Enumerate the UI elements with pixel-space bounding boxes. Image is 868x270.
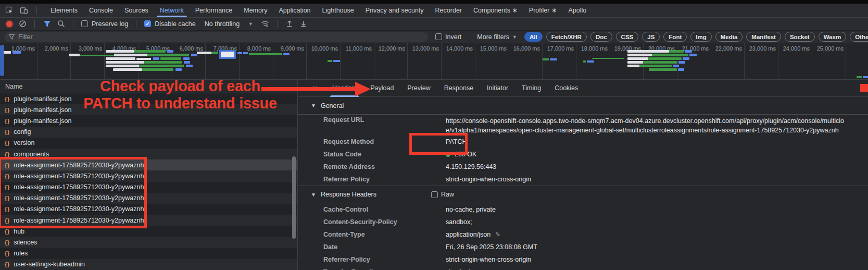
waterfall-bar: [219, 50, 236, 59]
tab-performance[interactable]: Performance: [195, 4, 233, 17]
waterfall-bar: [627, 61, 643, 64]
tab-recorder[interactable]: Recorder: [435, 4, 462, 17]
divider: [34, 20, 35, 28]
network-toolbar: Preserve log ✓ Disable cache No throttli…: [0, 18, 868, 30]
request-row-version[interactable]: {}version: [0, 138, 297, 149]
json-file-icon: {}: [5, 250, 10, 256]
throttling-select[interactable]: No throttling: [205, 20, 240, 28]
details-tab-initiator[interactable]: Initiator: [487, 80, 508, 97]
tab-privacy-and-security[interactable]: Privacy and security: [366, 4, 424, 17]
import-har-icon[interactable]: [285, 20, 294, 28]
invert-checkbox[interactable]: [435, 33, 442, 40]
waterfall-bar: [69, 54, 80, 56]
tab-console[interactable]: Console: [89, 4, 113, 17]
requests-scrollbar-thumb[interactable]: [292, 156, 296, 239]
waterfall-bar: [673, 65, 679, 67]
details-tab-payload[interactable]: Payload: [370, 80, 394, 97]
request-row-user-settings-kubeadmin[interactable]: {}user-settings-kubeadmin: [0, 259, 297, 270]
json-file-icon: {}: [5, 228, 10, 235]
waterfall-bar: [197, 52, 211, 54]
timeline-tick-label: 15,000 ms: [469, 45, 507, 52]
request-name: version: [14, 139, 34, 146]
header-label: Request URL: [323, 116, 446, 124]
filter-type-js[interactable]: JS: [642, 32, 660, 42]
header-value: strict-origin-when-cross-origin: [446, 176, 868, 183]
preserve-log-label: Preserve log: [92, 20, 128, 28]
tab-memory[interactable]: Memory: [244, 4, 267, 17]
edit-pencil-icon[interactable]: ✎: [495, 231, 500, 238]
header-value-text: strict-origin-when-cross-origin: [446, 176, 531, 183]
waterfall-bar: [678, 68, 684, 71]
waterfall-bar: [106, 57, 135, 60]
filter-input[interactable]: Filter: [4, 32, 428, 42]
clear-network-log-icon[interactable]: [18, 20, 27, 28]
general-section-title: General: [321, 102, 344, 109]
filter-type-fetch-xhr[interactable]: Fetch/XHR: [546, 32, 587, 42]
header-value-text: sandbox;: [446, 218, 472, 226]
raw-headers-checkbox[interactable]: [431, 191, 438, 198]
filter-type-manifest[interactable]: Manifest: [746, 32, 781, 42]
disable-cache-checkbox[interactable]: ✓: [144, 20, 151, 27]
tab-profiler[interactable]: Profiler ∗: [529, 4, 557, 17]
request-row-config[interactable]: {}config: [0, 127, 297, 138]
details-tab-response[interactable]: Response: [444, 80, 473, 97]
tab-network[interactable]: Network: [160, 4, 184, 17]
response-header-rows: Cache-Controlno-cache, privateContent-Se…: [298, 203, 868, 270]
url-line: https://console-openshift-console.apps.t…: [446, 116, 868, 126]
details-tab-preview[interactable]: Preview: [407, 80, 430, 97]
tab-elements[interactable]: Elements: [51, 4, 78, 17]
filter-type-css[interactable]: CSS: [616, 32, 639, 42]
network-conditions-icon[interactable]: [261, 20, 269, 28]
network-overview[interactable]: 1,000 ms2,000 ms3,000 ms4,000 ms5,000 ms…: [0, 43, 868, 80]
tab-apollo[interactable]: Apollo: [568, 4, 586, 17]
request-row-rules[interactable]: {}rules: [0, 248, 297, 259]
search-icon[interactable]: [57, 20, 65, 28]
device-toolbar-icon[interactable]: [20, 6, 28, 15]
response-headers-section-header[interactable]: ▼ Response Headers Raw: [298, 186, 868, 203]
waterfall-bar: [134, 50, 166, 53]
filter-type-other[interactable]: Other: [850, 32, 868, 42]
waterfall-bar: [857, 76, 862, 78]
filter-type-doc[interactable]: Doc: [590, 32, 612, 42]
details-tab-timing[interactable]: Timing: [522, 80, 541, 97]
inspect-element-icon[interactable]: [5, 6, 14, 15]
waterfall-bar: [689, 54, 697, 56]
json-file-icon: {}: [5, 239, 10, 246]
chevron-down-icon: ▼: [248, 21, 253, 27]
timeline-tick-label: 16,000 ms: [502, 45, 540, 52]
annotation-box-requests: [0, 157, 147, 228]
preserve-log-checkbox[interactable]: [81, 20, 88, 27]
general-section-header[interactable]: ▼ General: [298, 97, 868, 115]
header-value-text: no-cache, private: [446, 206, 496, 213]
request-name: rules: [14, 250, 28, 257]
details-tab-cookies[interactable]: Cookies: [555, 80, 578, 97]
request-row-silences[interactable]: {}silences: [0, 237, 297, 248]
filter-type-media[interactable]: Media: [715, 32, 743, 42]
annotation-box-patch: [409, 133, 468, 155]
tab-application[interactable]: Application: [279, 4, 310, 17]
header-value: strict-origin-when-cross-origin: [446, 256, 868, 263]
request-row-plugin-manifest-json[interactable]: {}plugin-manifest.json: [0, 115, 297, 126]
export-har-icon[interactable]: [299, 20, 308, 28]
waterfall-bar: [550, 58, 557, 60]
waterfall-bar: [183, 57, 190, 60]
filter-type-font[interactable]: Font: [663, 32, 687, 42]
general-rows: Request URLhttps://console-openshift-con…: [298, 115, 868, 186]
response-header-row-content-security-policy: Content-Security-Policysandbox;: [298, 216, 868, 228]
waterfall-bar: [106, 61, 144, 64]
filter-type-all[interactable]: All: [524, 32, 543, 42]
filter-type-img[interactable]: Img: [690, 32, 711, 42]
filter-type-wasm[interactable]: Wasm: [819, 32, 846, 42]
record-network-log-icon[interactable]: [6, 21, 12, 27]
filter-type-socket[interactable]: Socket: [785, 32, 815, 42]
header-label: Cache-Control: [323, 206, 446, 213]
tab-lighthouse[interactable]: Lighthouse: [322, 4, 354, 17]
tab-components[interactable]: Components ∗: [473, 4, 518, 17]
tab-sources[interactable]: Sources: [124, 4, 148, 17]
filter-placeholder: Filter: [18, 33, 33, 41]
waterfall-bar: [543, 58, 549, 60]
filter-icon[interactable]: [43, 20, 51, 28]
more-filters-button[interactable]: More filters ▼: [477, 33, 517, 41]
response-header-row-date: DateFri, 26 Sep 2025 23:08:08 GMT: [298, 241, 868, 253]
waterfall-bar: [106, 50, 134, 53]
